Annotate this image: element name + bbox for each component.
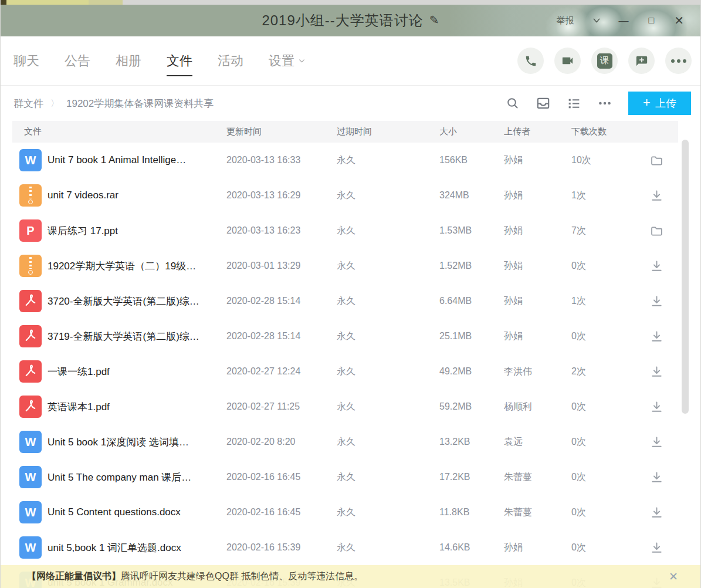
tab-bar: 聊天 公告 相册 文件 活动 设置 课 (1, 36, 700, 86)
breadcrumb-separator: 〉 (50, 98, 59, 109)
close-button[interactable]: ✕ (674, 15, 684, 26)
file-name[interactable]: unit 7 videos.rar (48, 190, 226, 201)
table-row[interactable]: W P Unit 7 book 1 Animal Intellige… 2020… (12, 143, 678, 178)
word-file-icon: W (25, 542, 36, 553)
class-button[interactable]: 课 (591, 48, 618, 74)
tab-album[interactable]: 相册 (116, 36, 141, 85)
tab-announcements[interactable]: 公告 (65, 36, 90, 85)
download-icon[interactable] (650, 295, 663, 308)
edit-title-icon[interactable]: ✎ (429, 13, 439, 27)
table-row[interactable]: W P Unit 5 book 1深度阅读 选词填… 2020-02-20 8:… (12, 424, 678, 459)
search-icon[interactable] (506, 96, 520, 110)
chat-plus-icon (635, 55, 648, 67)
column-size[interactable]: 大小 (439, 126, 504, 137)
file-name[interactable]: 3719-全新版大学英语(第二版)综… (48, 330, 226, 343)
column-file[interactable]: 文件 (12, 126, 226, 137)
file-downloads: 7次 (571, 225, 649, 237)
report-link[interactable]: 举报 (557, 15, 574, 26)
video-call-button[interactable] (554, 48, 581, 74)
table-row[interactable]: W P Unit 5 Content questions.docx 2020-0… (12, 495, 678, 530)
word-file-icon: W (25, 471, 36, 483)
table-row[interactable]: W P unit 5,book 1 词汇单选题.docx 2020-02-16 … (12, 530, 678, 565)
download-icon[interactable] (650, 471, 663, 484)
file-name[interactable]: Unit 5 Content questions.docx (48, 506, 226, 518)
table-row[interactable]: W P 课后练习 17.ppt 2020-03-13 16:23 永久 1.53… (12, 213, 678, 248)
file-name[interactable]: unit 5,book 1 词汇单选题.docx (48, 541, 226, 555)
column-expiry[interactable]: 过期时间 (337, 126, 439, 137)
file-downloads: 0次 (571, 436, 649, 448)
file-expiry: 永久 (337, 436, 439, 448)
download-icon[interactable] (650, 330, 663, 343)
table-row[interactable]: W P 英语课本1.pdf 2020-02-27 11:25 永久 59.2MB… (12, 389, 678, 424)
tab-files[interactable]: 文件 (167, 36, 192, 85)
tab-activities[interactable]: 活动 (218, 36, 243, 85)
download-icon[interactable] (650, 541, 663, 555)
file-name[interactable]: Unit 7 book 1 Animal Intellige… (48, 154, 226, 166)
qq-group-window: 2019小组--大学英语讨论 ✎ 举报 — □ ✕ 聊天 公告 相册 文件 活动… (0, 0, 701, 588)
breadcrumb-root[interactable]: 群文件 (13, 97, 43, 110)
inbox-icon[interactable] (536, 96, 551, 111)
file-downloads: 0次 (571, 471, 649, 484)
file-name[interactable]: 课后练习 17.ppt (48, 224, 226, 238)
column-downloads[interactable]: 下载次数 (571, 126, 649, 137)
table-row[interactable]: W P Unit 5 The company man 课后… 2020-02-1… (12, 459, 678, 495)
file-name[interactable]: 一课一练1.pdf (48, 365, 226, 379)
file-updated: 2020-03-01 13:29 (226, 261, 337, 271)
column-uploader[interactable]: 上传者 (504, 126, 571, 137)
file-name[interactable]: Unit 5 The company man 课后… (48, 471, 226, 484)
file-expiry: 永久 (337, 154, 439, 167)
word-file-icon: W (25, 154, 36, 166)
file-size: 59.2MB (439, 401, 504, 412)
file-size: 25.1MB (439, 331, 504, 342)
minimize-button[interactable]: — (619, 16, 629, 26)
download-icon[interactable] (650, 259, 663, 273)
table-row[interactable]: W P 3720-全新版大学英语(第二版)综… 2020-02-28 15:14… (12, 283, 678, 319)
file-name[interactable]: Unit 5 book 1深度阅读 选词填… (48, 435, 226, 449)
file-updated: 2020-02-16 15:39 (226, 542, 337, 553)
download-icon[interactable] (650, 189, 663, 202)
file-downloads: 0次 (571, 401, 649, 413)
new-chat-button[interactable] (628, 48, 655, 74)
file-downloads: 1次 (571, 190, 649, 202)
table-header: 文件 更新时间 过期时间 大小 上传者 下载次数 (12, 121, 678, 143)
plus-icon: + (643, 96, 651, 109)
maximize-button[interactable]: □ (649, 16, 655, 25)
file-uploader: 孙娟 (504, 154, 571, 167)
tab-settings[interactable]: 设置 (269, 36, 306, 85)
file-downloads: 1次 (571, 295, 649, 307)
chevron-down-icon[interactable] (592, 16, 601, 25)
banner-close-icon[interactable]: ✕ (669, 571, 678, 582)
upload-button[interactable]: + 上传 (628, 92, 691, 115)
download-icon[interactable] (650, 400, 663, 414)
column-updated[interactable]: 更新时间 (226, 126, 337, 137)
titlebar[interactable]: 2019小组--大学英语讨论 ✎ 举报 — □ ✕ (1, 5, 700, 36)
tab-chat[interactable]: 聊天 (13, 36, 39, 85)
more-actions-button[interactable] (665, 48, 692, 74)
file-updated: 2020-02-16 16:45 (226, 507, 337, 518)
list-view-icon[interactable] (567, 96, 581, 111)
more-tools-icon[interactable] (597, 96, 612, 111)
file-size: 49.2MB (439, 366, 504, 377)
voice-call-button[interactable] (517, 48, 544, 74)
download-icon[interactable] (650, 365, 663, 379)
file-name[interactable]: 19202学期大学英语（二）19级… (48, 259, 226, 273)
file-updated: 2020-02-28 15:14 (226, 296, 337, 306)
file-name[interactable]: 英语课本1.pdf (48, 400, 226, 414)
file-expiry: 永久 (337, 330, 439, 343)
table-row[interactable]: W P 一课一练1.pdf 2020-02-27 12:24 永久 49.2MB… (12, 354, 678, 389)
table-row[interactable]: W P 19202学期大学英语（二）19级… 2020-03-01 13:29 … (12, 248, 678, 283)
pdf-file-icon (23, 398, 38, 415)
download-icon[interactable] (650, 435, 663, 449)
file-size: 14.6KB (439, 542, 504, 553)
open-folder-icon[interactable] (650, 224, 663, 238)
open-folder-icon[interactable] (650, 154, 663, 167)
table-row[interactable]: W P 3719-全新版大学英语(第二版)综… 2020-02-28 15:14… (12, 319, 678, 354)
scrollbar-thumb[interactable] (682, 140, 689, 414)
pdf-file-icon (23, 293, 38, 310)
file-name[interactable]: 3720-全新版大学英语(第二版)综… (48, 295, 226, 308)
file-downloads: 0次 (571, 260, 649, 272)
download-icon[interactable] (650, 506, 663, 519)
table-row[interactable]: W P unit 7 videos.rar 2020-03-13 16:29 永… (12, 178, 678, 213)
pdf-file-icon (23, 363, 38, 380)
file-uploader: 孙娟 (504, 542, 571, 554)
